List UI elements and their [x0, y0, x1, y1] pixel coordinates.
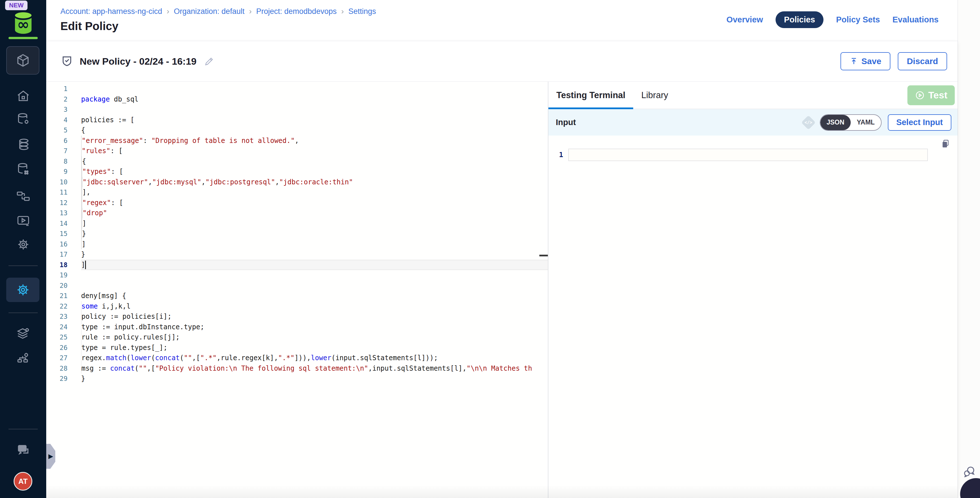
code-line[interactable]: 13 "drop" [46, 208, 548, 218]
rego-code-editor[interactable]: 12package db_sql34policies := [5{6 "erro… [46, 82, 548, 498]
input-editor-active-line[interactable] [568, 149, 928, 161]
breadcrumb-account[interactable]: Account: app-harness-ng-cicd [60, 7, 162, 16]
code-line[interactable]: 21deny[msg] { [46, 291, 548, 301]
code-line[interactable]: 20 [46, 280, 548, 291]
sidebar-item-settings-gray[interactable] [0, 237, 46, 252]
test-label: Test [928, 90, 947, 101]
line-number: 13 [46, 209, 67, 217]
edit-policy-name-button[interactable] [204, 56, 215, 67]
line-number: 5 [46, 126, 67, 134]
code-line[interactable]: 17} [46, 249, 548, 260]
discard-label: Discard [907, 56, 938, 66]
sidebar-item-pipelines[interactable] [0, 189, 46, 204]
chat-widget-bubble[interactable] [960, 478, 980, 498]
nav-evaluations[interactable]: Evaluations [892, 15, 939, 24]
tab-testing-terminal[interactable]: Testing Terminal [549, 82, 633, 109]
line-content: some i,j,k,l [81, 301, 548, 312]
line-content [81, 84, 548, 94]
line-number: 21 [46, 292, 67, 299]
policy-card-header: New Policy - 02/24 - 16:19 Save Discard [46, 41, 958, 82]
code-line[interactable]: 26 type = rule.types[_]; [46, 342, 548, 353]
code-line[interactable]: 16 ] [46, 239, 548, 250]
code-line[interactable]: 1 [46, 84, 548, 94]
code-line[interactable]: 8 { [46, 156, 548, 167]
code-line[interactable]: 15 } [46, 229, 548, 239]
input-editor-line: 1 [549, 149, 958, 161]
format-option-yaml[interactable]: YAML [851, 115, 881, 130]
svg-text:?: ? [21, 445, 24, 452]
line-content: "error_message": "Dropping of table is n… [81, 135, 548, 146]
code-line[interactable]: 22 some i,j,k,l [46, 301, 548, 312]
code-line[interactable]: 29} [46, 374, 548, 384]
input-editor[interactable]: 1 [549, 135, 958, 498]
database-stack-icon [16, 137, 30, 151]
breadcrumb-organization[interactable]: Organization: default [174, 7, 245, 16]
nav-policy-sets[interactable]: Policy Sets [836, 15, 880, 24]
sidebar-item-account-settings[interactable] [0, 326, 46, 341]
sidebar-item-home[interactable] [0, 89, 46, 103]
tab-library[interactable]: Library [633, 82, 676, 109]
chat-question-icon: ? [15, 442, 31, 458]
line-content: "drop" [81, 208, 548, 218]
sidebar-item-help[interactable]: ? [0, 442, 46, 459]
feedback-button[interactable] [963, 465, 976, 479]
code-line[interactable]: 7 "rules": [ [46, 146, 548, 156]
discard-button[interactable]: Discard [898, 52, 947, 70]
test-button[interactable]: Test [907, 85, 955, 105]
sidebar-item-org-settings[interactable] [0, 350, 46, 365]
sidebar-item-db-schemas[interactable] [0, 137, 46, 152]
line-number: 18 [46, 261, 67, 269]
format-option-json[interactable]: JSON [820, 115, 851, 130]
breadcrumb-project[interactable]: Project: demodbdevops [256, 7, 337, 16]
line-number: 6 [46, 137, 67, 144]
breadcrumb-settings[interactable]: Settings [348, 7, 376, 16]
user-avatar[interactable]: AT [14, 472, 32, 491]
code-line[interactable]: 10 "jdbc:sqlserver","jdbc:mysql","jdbc:p… [46, 177, 548, 188]
select-input-button[interactable]: Select Input [888, 114, 951, 131]
gear-icon [16, 237, 30, 251]
code-line[interactable]: 27 regex.match(lower(concat("",[".*",rul… [46, 353, 548, 363]
input-line-number: 1 [549, 151, 568, 159]
copy-icon[interactable] [940, 139, 950, 149]
sidebar-item-db-library[interactable] [0, 161, 46, 176]
policy-card-body: 12package db_sql34policies := [5{6 "erro… [46, 82, 958, 498]
code-line[interactable]: 23 policy := policies[i]; [46, 311, 548, 322]
code-line[interactable]: 3 [46, 104, 548, 115]
code-line[interactable]: 24 type := input.dbInstance.type; [46, 322, 548, 333]
code-line[interactable]: 19 [46, 270, 548, 280]
line-content: regex.match(lower(concat("",[".*",rule.r… [81, 353, 548, 363]
harness-dbdevops-logo-icon[interactable]: ∞ [10, 10, 37, 36]
nav-policies-active[interactable]: Policies [776, 11, 824, 28]
pencil-icon [204, 56, 215, 67]
sidebar-module-selector[interactable] [6, 46, 40, 75]
code-line[interactable]: 12 "regex": [ [46, 198, 548, 208]
line-number: 22 [46, 302, 67, 310]
sidebar-divider [8, 266, 38, 266]
format-toggle: JSON YAML [820, 114, 881, 131]
breadcrumb-separator: › [249, 7, 251, 16]
line-content: ] [81, 260, 548, 270]
nav-overview[interactable]: Overview [727, 15, 763, 24]
line-number: 15 [46, 230, 67, 237]
sidebar-item-db-instances[interactable] [0, 111, 46, 126]
code-line[interactable]: 11 ], [46, 187, 548, 198]
database-dots-icon [16, 162, 30, 176]
svg-text:∞: ∞ [17, 16, 29, 33]
code-line[interactable]: 6 "error_message": "Dropping of table is… [46, 135, 548, 146]
code-line[interactable]: 2package db_sql [46, 94, 548, 105]
code-line[interactable]: 18] [46, 260, 548, 270]
code-line[interactable]: 5{ [46, 125, 548, 135]
code-line[interactable]: 9 "types": [ [46, 167, 548, 177]
line-content: policies := [ [81, 115, 548, 125]
save-button[interactable]: Save [840, 52, 890, 70]
code-line[interactable]: 28 msg := concat("",["Policy violation:\… [46, 363, 548, 374]
line-content: ], [81, 187, 548, 198]
code-line[interactable]: 14 ] [46, 218, 548, 229]
sidebar-item-executions[interactable] [0, 213, 46, 228]
sidebar-item-project-settings-selected[interactable] [6, 278, 40, 302]
chat-bubbles-icon [963, 465, 976, 479]
line-number: 23 [46, 313, 67, 320]
code-line[interactable]: 4policies := [ [46, 115, 548, 125]
code-line[interactable]: 25 rule := policy.rules[j]; [46, 332, 548, 342]
line-number: 24 [46, 323, 67, 331]
